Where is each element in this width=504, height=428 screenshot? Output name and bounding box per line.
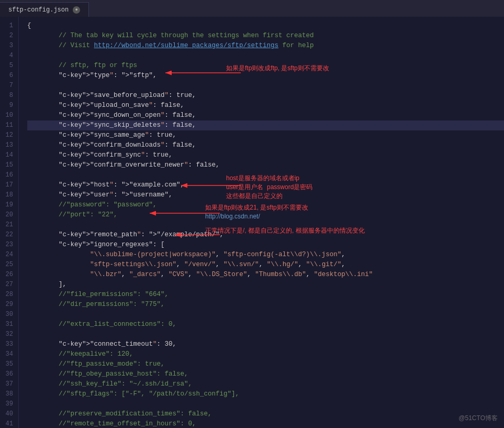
line-number: 12 bbox=[3, 130, 13, 140]
code-line: "c-key">"save_before_upload": true, bbox=[27, 91, 504, 101]
line-number: 13 bbox=[3, 140, 13, 150]
line-number: 21 bbox=[3, 220, 13, 230]
line-number: 15 bbox=[3, 160, 13, 170]
line-number: 37 bbox=[3, 379, 13, 389]
code-line: "c-key">"confirm_overwrite_newer": false… bbox=[27, 160, 504, 170]
line-number: 23 bbox=[3, 240, 13, 250]
line-number: 27 bbox=[3, 280, 13, 290]
line-number: 33 bbox=[3, 339, 13, 349]
code-line bbox=[27, 220, 504, 230]
code-line: //"keepalive": 120, bbox=[27, 349, 504, 359]
line-number: 10 bbox=[3, 111, 13, 120]
code-line: //"ftp_obey_passive_host": false, bbox=[27, 369, 504, 379]
code-line: // The tab key will cycle through the se… bbox=[27, 31, 504, 41]
code-line: "c-key">"remote_path": ">"/example/path/… bbox=[27, 230, 504, 240]
code-line bbox=[27, 51, 504, 61]
code-line: "c-key">"type": ">"sftp", bbox=[27, 71, 504, 81]
line-number: 39 bbox=[3, 399, 13, 409]
code-line: "c-key">"host": ">"example.com", bbox=[27, 180, 504, 190]
code-line: "c-key">"confirm_downloads": false, bbox=[27, 140, 504, 150]
code-line: ], bbox=[27, 280, 504, 290]
code-line: "c-key">"confirm_sync": true, bbox=[27, 150, 504, 160]
code-line: "\\.bzr", "_darcs", "CVS", "\\.DS_Store"… bbox=[27, 270, 504, 280]
code-line: "c-key">"sync_down_on_open": false, bbox=[27, 111, 504, 120]
code-line: "sftp-settings\\.json", "/venv/", "\\.sv… bbox=[27, 260, 504, 270]
line-number: 36 bbox=[3, 369, 13, 379]
code-line bbox=[27, 330, 504, 339]
code-line: //"preserve_modification_times": false, bbox=[27, 409, 504, 419]
code-line: //"file_permissions": "664", bbox=[27, 290, 504, 300]
code-line: "c-key">"connect_timeout": 30, bbox=[27, 339, 504, 349]
line-number: 9 bbox=[3, 101, 13, 111]
line-number: 11 bbox=[3, 120, 13, 130]
line-number: 3 bbox=[3, 41, 13, 51]
line-number: 8 bbox=[3, 91, 13, 101]
line-number: 32 bbox=[3, 330, 13, 339]
line-number: 5 bbox=[3, 61, 13, 71]
code-line: //"ssh_key_file": "~/.ssh/id_rsa", bbox=[27, 379, 504, 389]
line-number: 40 bbox=[3, 409, 13, 419]
editor: 1234567891011121314151617181920212223242… bbox=[0, 17, 504, 428]
code-line: //"port": "22", bbox=[27, 210, 504, 220]
code-line: "c-key">"sync_same_age": true, bbox=[27, 130, 504, 140]
code-line: "c-key">"user": ">"username", bbox=[27, 190, 504, 200]
code-line: //"sftp_flags": ["-F", "/path/to/ssh_con… bbox=[27, 389, 504, 399]
line-number: 28 bbox=[3, 290, 13, 300]
code-line bbox=[27, 170, 504, 180]
line-number: 35 bbox=[3, 359, 13, 369]
code-line: // Visit http://wbond.net/sublime_packag… bbox=[27, 41, 504, 51]
line-number: 14 bbox=[3, 150, 13, 160]
tab-bar: sftp-config.json ● bbox=[0, 0, 504, 17]
line-number: 34 bbox=[3, 349, 13, 359]
line-number: 25 bbox=[3, 260, 13, 270]
line-number: 7 bbox=[3, 81, 13, 91]
line-number: 17 bbox=[3, 180, 13, 190]
code-line: "c-key">"ignore_regexes": [ bbox=[27, 240, 504, 250]
code-line: "c-key">"sync_skip_deletes": false, bbox=[27, 120, 504, 130]
line-number: 38 bbox=[3, 389, 13, 399]
code-line: { bbox=[27, 21, 504, 31]
line-number: 1 bbox=[3, 21, 13, 31]
line-number: 20 bbox=[3, 210, 13, 220]
tab-filename: sftp-config.json bbox=[8, 6, 69, 14]
code-line bbox=[27, 81, 504, 91]
tab-sftp-config[interactable]: sftp-config.json ● bbox=[0, 2, 89, 17]
code-line: "\\.sublime-(project|workspace)", "sftp-… bbox=[27, 250, 504, 260]
line-number: 29 bbox=[3, 300, 13, 310]
line-number: 22 bbox=[3, 230, 13, 240]
watermark: @51CTO博客 bbox=[458, 414, 498, 423]
line-number: 18 bbox=[3, 190, 13, 200]
line-number: 31 bbox=[3, 320, 13, 330]
line-numbers-gutter: 1234567891011121314151617181920212223242… bbox=[0, 17, 19, 428]
line-number: 6 bbox=[3, 71, 13, 81]
line-number: 4 bbox=[3, 51, 13, 61]
code-line: //"dir_permissions": "775", bbox=[27, 300, 504, 310]
line-number: 30 bbox=[3, 310, 13, 320]
tab-close-icon[interactable]: ● bbox=[73, 6, 80, 14]
code-line: //"remote_time_offset_in_hours": 0, bbox=[27, 419, 504, 428]
line-number: 41 bbox=[3, 419, 13, 428]
code-line: //"extra_list_connections": 0, bbox=[27, 320, 504, 330]
code-line: // sftp, ftp or ftps bbox=[27, 61, 504, 71]
code-line: //"ftp_passive_mode": true, bbox=[27, 359, 504, 369]
line-number: 24 bbox=[3, 250, 13, 260]
code-line: //"password": "password", bbox=[27, 200, 504, 210]
line-number: 2 bbox=[3, 31, 13, 41]
code-line bbox=[27, 310, 504, 320]
line-number: 19 bbox=[3, 200, 13, 210]
code-line bbox=[27, 399, 504, 409]
code-line: "c-key">"upload_on_save": false, bbox=[27, 101, 504, 111]
line-number: 26 bbox=[3, 270, 13, 280]
line-number: 16 bbox=[3, 170, 13, 180]
code-area[interactable]: { // The tab key will cycle through the … bbox=[19, 17, 504, 428]
